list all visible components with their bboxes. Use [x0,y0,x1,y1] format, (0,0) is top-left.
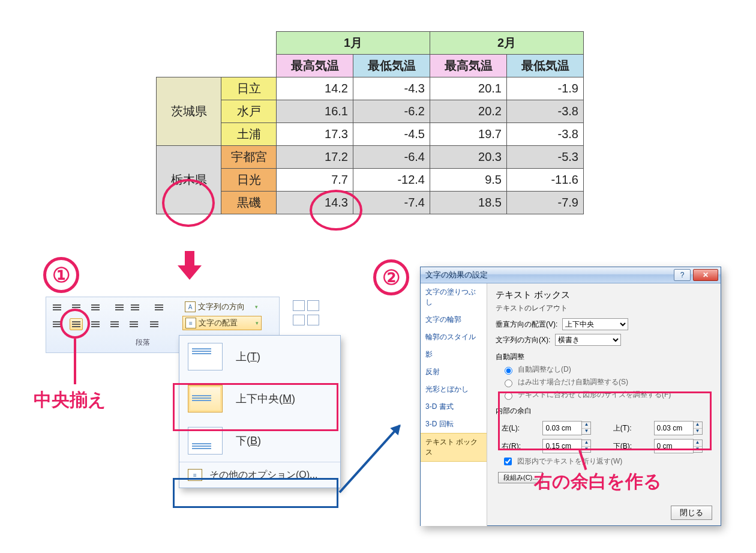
valign-label: 垂直方向の配置(V): [496,319,557,330]
highlight-rect-other [173,478,338,508]
data-cell: 17.2 [277,146,353,169]
arrow-right-icon [339,425,401,493]
pane-heading: テキスト ボックス [496,289,712,301]
data-cell: -7.9 [507,192,584,214]
menu-label: 上(T) [236,349,260,364]
city-cell: 土浦 [221,123,277,146]
text-direction-icon: A [185,301,196,312]
data-cell: -1.9 [507,77,584,100]
multilevel-button[interactable] [89,301,102,313]
columns-button[interactable] [148,318,161,330]
nav-item[interactable]: 3-D 回転 [421,416,487,433]
help-button[interactable]: ? [674,269,691,281]
dialog-title: 文字の効果の設定 [425,270,488,280]
step-1-badge: ① [43,257,79,293]
nav-item[interactable]: 輪郭のスタイル [421,328,487,346]
city-cell: 宇都宮 [221,146,277,169]
nav-item[interactable]: 文字の塗りつぶし [421,283,487,311]
nav-item[interactable]: 影 [421,346,487,363]
data-cell: -11.6 [507,169,584,192]
text-align-label: 文字の配置 [199,318,238,328]
data-cell: 20.3 [430,146,507,169]
nav-item[interactable]: 3-D 書式 [421,398,487,416]
data-cell: 7.7 [277,169,353,192]
data-cell: -5.3 [507,146,584,169]
nav-item[interactable]: 文字の輪郭 [421,311,487,328]
col-lo-2: 最低気温 [507,55,584,77]
text-align-icon: ≡ [185,318,196,328]
smartart-icon[interactable] [293,300,305,311]
autofit-none-radio[interactable] [505,367,512,375]
data-cell: -3.8 [507,123,584,146]
chevron-down-icon: ▾ [256,320,259,326]
pref-ibaraki: 茨城県 [157,77,221,146]
align-top-icon [188,343,223,370]
justify-button[interactable] [108,318,121,330]
text-align-button[interactable]: ≡ 文字の配置 ▾ [182,316,262,330]
data-cell: 20.2 [430,100,507,123]
wrap-label: 図形内でテキストを折り返す(W) [517,456,622,467]
highlight-rect-middle [173,383,338,431]
data-cell: -3.8 [507,100,584,123]
data-cell: -7.4 [353,192,430,214]
chevron-down-icon: ▾ [255,304,258,310]
nav-item[interactable]: 反射 [421,363,487,381]
data-cell: -6.4 [353,146,430,169]
temperature-table: 1月 2月 最高気温 最低気温 最高気温 最低気温 茨城県 日立 14.2 -4… [156,31,584,214]
annotation-center-align: 中央揃え [34,388,106,412]
indent-button[interactable] [128,301,142,313]
data-cell: 17.3 [277,123,353,146]
city-cell: 水戸 [221,100,277,123]
text-direction-label: 文字列の方向 [198,301,245,312]
data-cell: -4.3 [353,77,430,100]
highlight-circle-pref [162,179,215,227]
data-cell: 16.1 [277,100,353,123]
shape-icon[interactable] [293,315,305,325]
col-hi-2: 最高気温 [430,55,507,77]
annotation-right-margin: 右の余白を作る [534,470,662,494]
dialog-titlebar[interactable]: 文字の効果の設定 ? ✕ [421,267,721,283]
city-cell: 日光 [221,169,277,192]
close-button[interactable]: 閉じる [671,506,712,520]
chart-icon[interactable] [307,300,319,311]
layout-label: テキストのレイアウト [496,303,712,313]
data-cell: 19.7 [430,123,507,146]
radio-label: はみ出す場合だけ自動調整する(S) [518,377,628,387]
col-hi-1: 最高気温 [277,55,353,77]
outdent-button[interactable] [113,301,126,313]
distribute-button[interactable] [127,318,140,330]
wrap-checkbox[interactable] [504,458,512,465]
valign-select[interactable]: 上下中央 [562,318,628,330]
radio-label: 自動調整なし(D) [518,364,571,375]
highlight-rect-margins [498,391,712,450]
dir-select[interactable]: 横書き [555,334,621,346]
align-right-button[interactable] [89,318,102,330]
data-cell: 14.2 [277,77,353,100]
data-cell: -12.4 [353,169,430,192]
linespacing-button[interactable] [152,301,166,313]
data-cell: 18.5 [430,192,507,214]
dialog-nav: 文字の塗りつぶし 文字の輪郭 輪郭のスタイル 影 反射 光彩とぼかし 3-D 書… [421,283,487,526]
connector-line [74,339,76,384]
autofit-heading: 自動調整 [496,352,712,362]
autofit-shrink-radio[interactable] [505,379,512,387]
month-1: 1月 [277,32,430,55]
city-cell: 黒磯 [221,192,277,214]
data-cell: -6.2 [353,100,430,123]
menu-label: 下(B) [236,434,261,448]
nav-item[interactable]: 光彩とぼかし [421,381,487,398]
nav-item-selected[interactable]: テキスト ボックス [421,433,487,462]
month-2: 2月 [430,32,584,55]
dir-label: 文字列の方向(X): [496,335,550,345]
data-cell: 9.5 [430,169,507,192]
bullets-button[interactable] [50,301,64,313]
city-cell: 日立 [221,77,277,100]
text-direction-button[interactable]: A 文字列の方向 ▾ [182,300,260,313]
shape2-icon[interactable] [307,315,319,325]
highlight-circle-value [310,190,362,231]
data-cell: 20.1 [430,77,507,100]
close-icon[interactable]: ✕ [693,269,718,281]
ribbon-group-label: 段落 [136,337,150,348]
align-top-item[interactable]: 上(T) [179,336,340,378]
col-lo-1: 最低気温 [353,55,430,77]
